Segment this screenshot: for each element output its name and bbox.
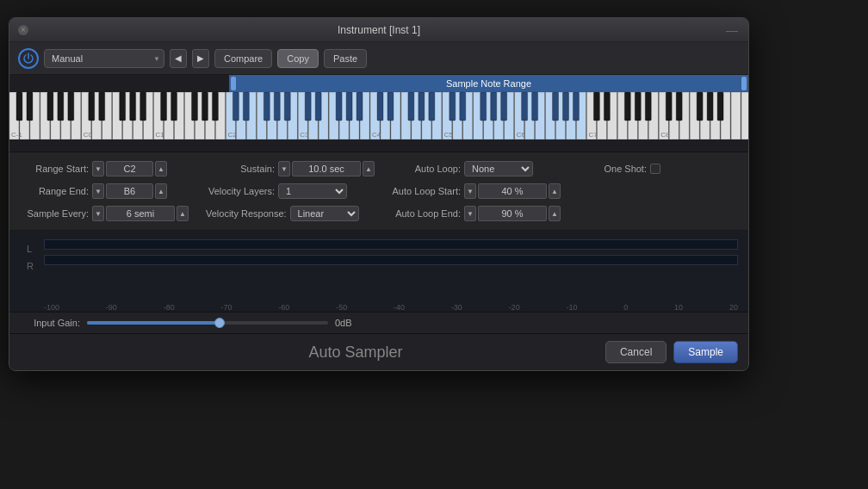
- params-section: Range Start: ▼ C2 ▲ Range End: ▼ B6 ▲ Sa…: [9, 152, 748, 231]
- main-window: × Instrument [Inst 1] — Manual ▼ ◀ ▶ Com…: [9, 17, 749, 371]
- range-end-value[interactable]: B6: [106, 183, 153, 199]
- auto-loop-start-up[interactable]: ▲: [549, 183, 561, 199]
- one-shot-checkbox[interactable]: [650, 164, 660, 174]
- preset-dropdown[interactable]: Manual: [44, 49, 164, 68]
- svg-rect-116: [635, 92, 641, 121]
- svg-rect-75: [47, 92, 53, 121]
- svg-rect-104: [460, 92, 466, 121]
- range-start-label: Range Start:: [20, 164, 89, 174]
- velocity-layers-control: 1: [278, 183, 347, 199]
- svg-rect-73: [16, 92, 22, 121]
- svg-rect-102: [429, 92, 435, 121]
- svg-rect-98: [377, 92, 383, 121]
- piano-keyboard[interactable]: // This won't execute in SVG, using stat…: [9, 92, 748, 139]
- meter-scale: -100 -90 -80 -70 -60 -50 -40 -30 -20 -10…: [44, 303, 738, 312]
- range-end-down[interactable]: ▼: [92, 183, 104, 199]
- sustain-down[interactable]: ▼: [278, 161, 290, 176]
- svg-rect-83: [161, 92, 167, 121]
- range-start-down[interactable]: ▼: [92, 161, 104, 176]
- auto-loop-end-label: Auto Loop End:: [392, 208, 461, 219]
- svg-rect-86: [202, 92, 208, 121]
- paste-button[interactable]: Paste: [324, 49, 367, 68]
- scale-mark-6: -40: [394, 303, 405, 312]
- auto-loop-start-value[interactable]: 40 %: [478, 183, 547, 199]
- range-end-up[interactable]: ▲: [155, 183, 167, 199]
- sustain-label: Sustain:: [206, 164, 275, 174]
- level-meter-section: L R -100 -90 -80 -70 -60 -50 -40 -30 -20…: [9, 231, 748, 313]
- velocity-layers-select[interactable]: 1: [278, 183, 347, 199]
- range-start-row: Range Start: ▼ C2 ▲: [20, 159, 189, 178]
- svg-rect-97: [356, 92, 363, 121]
- svg-rect-92: [284, 92, 290, 121]
- velocity-response-select[interactable]: Linear: [290, 206, 359, 221]
- gain-slider[interactable]: [87, 321, 328, 325]
- sample-range-bar[interactable]: Sample Note Range: [229, 75, 748, 92]
- svg-rect-76: [58, 92, 64, 121]
- svg-rect-87: [212, 92, 218, 121]
- action-buttons: Cancel Sample: [605, 341, 738, 363]
- toolbar: Manual ▼ ◀ ▶ Compare Copy Paste: [9, 42, 748, 75]
- gain-label: Input Gain:: [20, 318, 80, 328]
- svg-rect-111: [563, 92, 569, 121]
- next-button[interactable]: ▶: [192, 49, 209, 68]
- gain-slider-fill: [87, 321, 220, 325]
- sample-every-up[interactable]: ▲: [177, 206, 189, 221]
- svg-rect-122: [717, 92, 723, 121]
- auto-loop-end-value[interactable]: 90 %: [478, 206, 547, 221]
- range-handle-right[interactable]: [741, 77, 747, 90]
- power-button[interactable]: [18, 48, 39, 69]
- keyboard-section: Sample Note Range // This won't execute …: [9, 75, 748, 152]
- svg-rect-113: [593, 92, 599, 121]
- svg-text:C1: C1: [156, 131, 165, 139]
- copy-button[interactable]: Copy: [277, 49, 319, 68]
- sustain-row: Sustain: ▼ 10.0 sec ▲: [206, 159, 375, 178]
- auto-loop-params: Auto Loop: None Auto Loop Start: ▼ 40 % …: [392, 159, 561, 223]
- range-start-value[interactable]: C2: [106, 161, 153, 176]
- svg-rect-93: [305, 92, 311, 121]
- channel-r-label: R: [27, 261, 34, 271]
- scale-mark-2: -80: [164, 303, 175, 312]
- auto-loop-start-down[interactable]: ▼: [464, 183, 476, 199]
- scale-mark-8: -20: [509, 303, 520, 312]
- sustain-value[interactable]: 10.0 sec: [292, 161, 361, 176]
- one-shot-label: One Shot:: [578, 164, 647, 174]
- auto-loop-end-down[interactable]: ▼: [464, 206, 476, 221]
- scale-mark-7: -30: [451, 303, 462, 312]
- range-handle-left[interactable]: [231, 77, 236, 90]
- svg-text:C-1: C-1: [11, 131, 22, 139]
- velocity-response-row: Velocity Response: Linear: [206, 204, 375, 223]
- svg-rect-105: [480, 92, 487, 121]
- sample-every-down[interactable]: ▼: [92, 206, 104, 221]
- auto-loop-start-row: Auto Loop Start: ▼ 40 % ▲: [392, 182, 561, 201]
- scale-mark-4: -60: [278, 303, 289, 312]
- minimize-button[interactable]: —: [726, 23, 738, 37]
- prev-button[interactable]: ◀: [170, 49, 187, 68]
- svg-text:C4: C4: [372, 131, 381, 139]
- close-icon: ×: [21, 25, 26, 34]
- preset-dropdown-wrapper: Manual ▼: [44, 49, 164, 68]
- sample-button[interactable]: Sample: [673, 341, 738, 363]
- cancel-button[interactable]: Cancel: [605, 341, 666, 363]
- svg-rect-94: [315, 92, 321, 121]
- svg-rect-90: [264, 92, 270, 121]
- svg-rect-101: [418, 92, 425, 121]
- sustain-params: Sustain: ▼ 10.0 sec ▲ Velocity Layers: 1…: [206, 159, 375, 223]
- scale-mark-1: -90: [106, 303, 117, 312]
- scale-mark-12: 20: [729, 303, 738, 312]
- compare-button[interactable]: Compare: [214, 49, 272, 68]
- close-button[interactable]: ×: [18, 25, 28, 35]
- auto-loop-control: None: [464, 161, 533, 176]
- svg-rect-95: [336, 92, 342, 121]
- sustain-control: ▼ 10.0 sec ▲: [278, 161, 375, 176]
- oneshot-params: One Shot:: [578, 159, 738, 223]
- auto-loop-end-up[interactable]: ▲: [549, 206, 561, 221]
- sustain-up[interactable]: ▲: [363, 161, 375, 176]
- range-start-up[interactable]: ▲: [155, 161, 167, 176]
- gain-slider-thumb[interactable]: [214, 318, 225, 328]
- scale-mark-11: 10: [674, 303, 683, 312]
- sample-every-control: ▼ 6 semi ▲: [92, 206, 189, 221]
- velocity-response-control: Linear: [290, 206, 359, 221]
- svg-rect-119: [676, 92, 682, 121]
- auto-loop-select[interactable]: None: [464, 161, 533, 176]
- sample-every-value[interactable]: 6 semi: [106, 206, 175, 221]
